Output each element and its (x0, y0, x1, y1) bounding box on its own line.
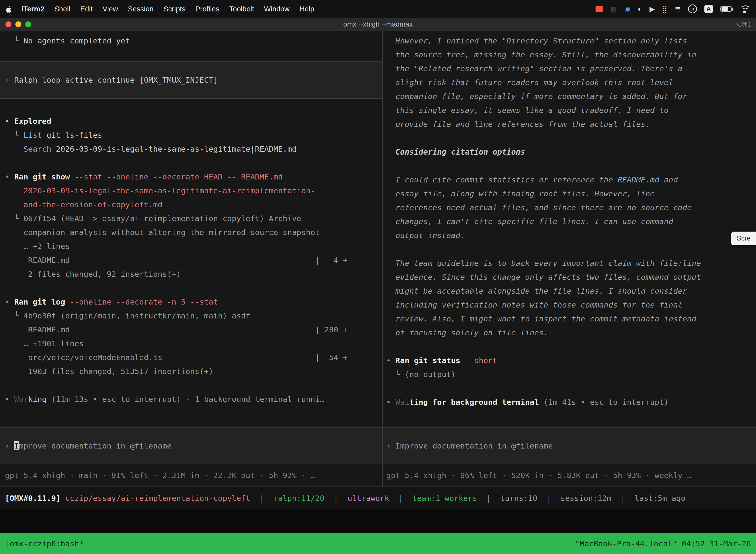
right-status-area: gpt-5.4 xhigh · 96% left · 520K in · 5.8… (383, 464, 756, 487)
terminal-line: Search 2026-03-09-is-legal-the-same-as-l… (0, 142, 382, 156)
battery-icon[interactable] (720, 6, 732, 12)
terminal-line (383, 159, 756, 173)
left-pane-body: • Explored └ List git ls-files Search 20… (0, 100, 382, 406)
terminal-line: └ 4b9d30f (origin/main, instructkr/main,… (0, 309, 382, 323)
omx-status-line: [OMX#0.11.9] cczip/essay/ai-reimplementa… (0, 491, 686, 505)
tmux-session-label: [omx-cczip0:bash* (5, 539, 83, 548)
terminal-line: I could cite commit statistics or refere… (383, 173, 756, 187)
terminal-line: references need actual files, and since … (383, 201, 756, 214)
menu-help[interactable]: Help (299, 5, 314, 13)
right-pane[interactable]: However, I noticed the "Directory Struct… (382, 31, 756, 487)
minimize-button[interactable] (15, 21, 21, 27)
left-prompt-input[interactable]: › Improve documentation in @filename (0, 428, 382, 464)
prompt-input-line: › Improve documentation in @filename (383, 439, 756, 453)
terminal-line: 2 files changed, 92 insertions(+) (0, 267, 382, 281)
terminal-line: Considering citation options (383, 145, 756, 159)
terminal-line: • Waiting for background terminal (1m 41… (383, 395, 756, 409)
wifi-icon[interactable] (739, 5, 750, 13)
menu-toolbelt[interactable]: Toolbelt (229, 5, 254, 13)
terminal-line: README.md| 280 + (0, 323, 382, 337)
terminal-line (0, 156, 382, 170)
terminal-line: and-the-erosion-of-copyleft.md (0, 198, 382, 212)
gauge-icon[interactable]: 61 (688, 4, 697, 13)
blue-app-icon[interactable]: ◉ (624, 5, 630, 13)
menu-window[interactable]: Window (264, 5, 290, 13)
terminal-line: 2026-03-09-is-legal-the-same-as-legitima… (0, 184, 382, 198)
terminal-line: └ List git ls-files (0, 128, 382, 142)
terminal-line (0, 100, 382, 114)
tmux-status-bar: [omx-cczip0:bash* "MacBook-Pro-44.local"… (0, 533, 756, 554)
titlebar: omx --xhigh --madmax ⌥⌘1 (0, 18, 756, 31)
compass-app-icon[interactable]: ◐ (638, 5, 642, 13)
menu-scripts[interactable]: Scripts (164, 5, 186, 13)
terminal-line: • Ran git status --short (383, 353, 756, 367)
terminal-split: └ No agents completed yet › Ralph loop a… (0, 31, 756, 487)
terminal-line: slight risk that future readers may over… (383, 75, 756, 89)
terminal-line: including verification notes with those … (383, 298, 756, 312)
terminal-line: essay file, along with finding root file… (383, 187, 756, 201)
prompt-input-line: › Improve documentation in @filename (0, 439, 382, 453)
tmux-host-clock: "MacBook-Pro-44.local" 04:52 31-Mar-26 (575, 539, 751, 548)
terminal-line (383, 340, 756, 353)
inject-banner-line: › Ralph loop active continue [OMX_TMUX_I… (0, 73, 382, 87)
close-button[interactable] (5, 21, 11, 27)
terminal-line: companion analysis without altering the … (0, 225, 382, 239)
zoom-button[interactable] (25, 21, 31, 27)
terminal-line: src/voice/voiceModeEnabled.ts| 54 + (0, 350, 382, 365)
traffic-lights (0, 21, 31, 27)
menubar-status-icons: ▦◉◐▶⣿≣61A (595, 4, 750, 13)
terminal-line: review. Also, I might want to inspect th… (383, 312, 756, 326)
terminal-line: The team guideline is to back every impo… (383, 256, 756, 270)
slider-icon[interactable]: ≣ (675, 5, 681, 13)
right-status-line: gpt-5.4 xhigh · 96% left · 520K in · 5.8… (383, 468, 692, 482)
menu-profiles[interactable]: Profiles (195, 5, 219, 13)
play-app-icon[interactable]: ▶ (649, 5, 655, 13)
menubar: iTerm2ShellEditViewSessionScriptsProfile… (0, 0, 756, 18)
terminal-line: • Working (11m 13s • esc to interrupt) ·… (0, 392, 382, 406)
terminal-line: evidence. Since this change only affects… (383, 270, 756, 284)
window-shortcut-badge: ⌥⌘1 (734, 20, 756, 28)
left-pane[interactable]: └ No agents completed yet › Ralph loop a… (0, 31, 382, 487)
terminal-line (383, 242, 756, 256)
terminal-line (383, 131, 756, 145)
terminal-line: might be acceptable alongside the file l… (383, 284, 756, 298)
terminal-line: the source tree, missing the essay. Stil… (383, 48, 756, 62)
keyboard-icon[interactable]: ▦ (611, 5, 617, 13)
inject-banner: › Ralph loop active continue [OMX_TMUX_I… (0, 61, 382, 99)
terminal-line: the "Related research writing" section i… (383, 62, 756, 75)
terminal-line: └ No agents completed yet (0, 34, 382, 48)
left-status-line: gpt-5.4 xhigh · main · 91% left · 2.31M … (0, 468, 315, 482)
menu-view[interactable]: View (103, 5, 118, 13)
grid-dots-icon[interactable]: ⣿ (662, 5, 668, 13)
terminal-line (383, 381, 756, 395)
menubar-menus: iTerm2ShellEditViewSessionScriptsProfile… (21, 5, 314, 13)
apple-logo-icon[interactable] (6, 5, 12, 13)
left-pane-top: └ No agents completed yet (0, 34, 382, 48)
menu-session[interactable]: Session (128, 5, 153, 13)
terminal-line: provide file and line references from th… (383, 117, 756, 131)
input-source-icon[interactable]: A (704, 5, 713, 13)
menu-shell[interactable]: Shell (54, 5, 70, 13)
terminal-line (0, 378, 382, 392)
terminal-line (0, 281, 382, 295)
terminal-line: changes, I can't cite specific file line… (383, 214, 756, 228)
terminal-line: this single essay, it seems like a good … (383, 103, 756, 117)
terminal-line: └ 067f154 (HEAD -> essay/ai-reimplementa… (0, 212, 382, 225)
terminal-line: … +2 lines (0, 239, 382, 253)
window-title: omx --xhigh --madmax (343, 20, 413, 28)
terminal-line: companion file, especially if more comme… (383, 89, 756, 103)
terminal-line: of focusing solely on file lines. (383, 326, 756, 340)
screen-tooltip[interactable]: Scre (731, 232, 756, 245)
terminal-line: … +1901 lines (0, 337, 382, 350)
recording-indicator[interactable] (595, 6, 603, 12)
right-prompt-input[interactable]: › Improve documentation in @filename (383, 428, 756, 464)
screen: iTerm2ShellEditViewSessionScriptsProfile… (0, 0, 756, 554)
terminal-line: output instead. (383, 228, 756, 242)
terminal-line: └ (no output) (383, 367, 756, 381)
menu-iterm2[interactable]: iTerm2 (21, 5, 44, 13)
terminal-line: README.md| 4 + (0, 253, 382, 267)
left-status-area: gpt-5.4 xhigh · main · 91% left · 2.31M … (0, 464, 382, 487)
omx-status-bar: [OMX#0.11.9] cczip/essay/ai-reimplementa… (0, 487, 756, 509)
menu-edit[interactable]: Edit (80, 5, 92, 13)
window-gap (0, 509, 756, 533)
